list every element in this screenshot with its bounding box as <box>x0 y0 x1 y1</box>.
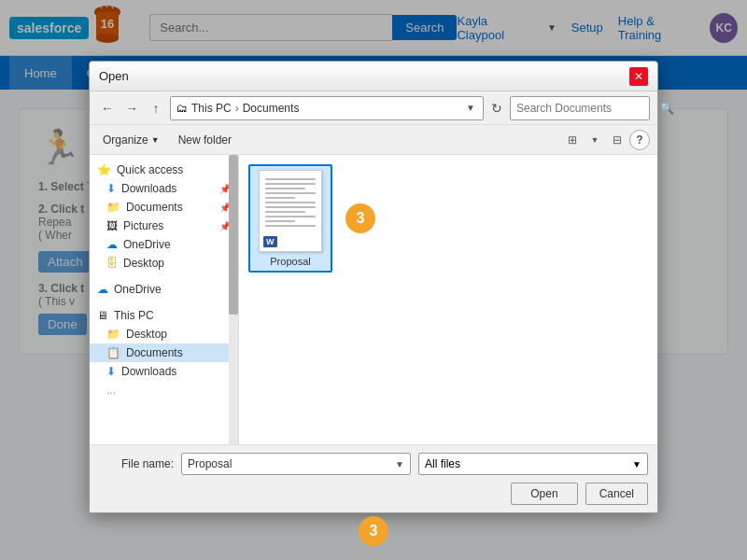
dialog-close-button[interactable]: ✕ <box>629 67 648 86</box>
sidebar-scrollbar-thumb <box>229 155 238 315</box>
address-path: This PC › Documents <box>191 102 460 115</box>
filename-value: Proposal <box>188 457 232 470</box>
address-thispc[interactable]: This PC <box>191 102 232 115</box>
thispc-icon: 🖥 <box>97 309 108 322</box>
sidebar-item-desktop[interactable]: 📁 Desktop <box>90 325 238 343</box>
organize-button[interactable]: Organize ▼ <box>97 131 165 149</box>
dialog-search-icon: 🔍 <box>660 102 674 115</box>
dialog-files-area: W Proposal 3 <box>239 155 657 444</box>
nav-back-button[interactable]: ← <box>97 98 118 119</box>
view-tiles-button[interactable]: ⊞ <box>562 130 583 150</box>
sidebar-item-pictures[interactable]: 🖼 Pictures 📌 <box>90 217 238 235</box>
address-bar: 🗂 This PC › Documents ▼ <box>170 96 484 120</box>
organize-dropdown-icon: ▼ <box>151 135 160 145</box>
dialog-buttons: Open Cancel <box>99 483 648 505</box>
sidebar-separator1 <box>90 273 238 280</box>
downloads2-icon: ⬇ <box>106 365 116 378</box>
sidebar-separator2 <box>90 299 238 306</box>
nav-forward-button[interactable]: → <box>121 98 142 119</box>
desktop-icon: 📁 <box>106 328 120 341</box>
address-folder-icon: 🗂 <box>176 102 188 115</box>
downloads-icon: ⬇ <box>106 182 116 195</box>
sidebar-item-more[interactable]: ... <box>90 381 238 399</box>
cancel-button[interactable]: Cancel <box>585 483 648 505</box>
dialog-body: ⭐ Quick access ⬇ Downloads 📌 📁 Documents… <box>90 155 657 444</box>
documents-icon: 📋 <box>106 346 120 359</box>
view-dropdown-button[interactable]: ▼ <box>585 130 605 150</box>
sidebar-item-thispc[interactable]: 🖥 This PC <box>90 306 238 325</box>
onedrive-icon: ☁ <box>97 283 108 296</box>
word-badge: W <box>263 236 277 247</box>
filename-label: File name: <box>99 457 174 470</box>
sidebar-item-downloads[interactable]: ⬇ Downloads 📌 <box>90 179 238 198</box>
dialog-search: 🔍 <box>510 96 650 120</box>
sidebar-scrollbar[interactable] <box>229 155 238 444</box>
filename-dropdown-button[interactable]: ▼ <box>395 459 404 469</box>
address-documents[interactable]: Documents <box>243 102 300 115</box>
pictures-icon: 🖼 <box>106 219 118 232</box>
quick-access-icon: ⭐ <box>97 163 111 176</box>
sidebar-item-onedrive[interactable]: ☁ OneDrive <box>90 280 238 299</box>
desktop-quick-icon: 🗄 <box>106 257 118 270</box>
step-badge-3: 3 <box>345 203 375 233</box>
filename-row: File name: Proposal ▼ All files ▼ <box>99 453 648 475</box>
sidebar-item-desktop-quick[interactable]: 🗄 Desktop <box>90 254 238 273</box>
file-name-proposal: Proposal <box>270 256 310 267</box>
documents-quick-icon: 📁 <box>106 201 120 214</box>
dialog-search-input[interactable] <box>516 102 656 115</box>
sidebar-item-onedrive-quick[interactable]: ☁ OneDrive <box>90 235 238 254</box>
filetype-label: All files <box>425 457 460 470</box>
sidebar-item-quick-access[interactable]: ⭐ Quick access <box>90 161 238 179</box>
sidebar-item-documents-quick[interactable]: 📁 Documents 📌 <box>90 198 238 217</box>
file-item-proposal[interactable]: W Proposal <box>248 164 332 273</box>
help-button[interactable]: ? <box>629 130 650 150</box>
open-dialog: Open ✕ ← → ↑ 🗂 This PC › Documents ▼ ↻ 🔍… <box>89 61 658 513</box>
dialog-title: Open <box>99 69 629 83</box>
view-buttons: ⊞ ▼ ⊟ ? <box>562 130 650 150</box>
address-dropdown-button[interactable]: ▼ <box>464 103 477 113</box>
filetype-dropdown-icon: ▼ <box>632 459 641 469</box>
filename-input[interactable]: Proposal ▼ <box>181 453 411 475</box>
sidebar-item-downloads2[interactable]: ⬇ Downloads <box>90 362 238 381</box>
dialog-sidebar: ⭐ Quick access ⬇ Downloads 📌 📁 Documents… <box>90 155 239 444</box>
filetype-select[interactable]: All files ▼ <box>418 453 648 475</box>
thumb-content <box>260 171 321 233</box>
dialog-titlebar: Open ✕ <box>90 62 657 91</box>
dialog-toolbar: ← → ↑ 🗂 This PC › Documents ▼ ↻ 🔍 <box>90 91 657 125</box>
new-folder-button[interactable]: New folder <box>173 131 237 149</box>
dialog-action-bar: Organize ▼ New folder ⊞ ▼ ⊟ ? <box>90 125 657 155</box>
view-details-button[interactable]: ⊟ <box>607 130 627 150</box>
dialog-footer: File name: Proposal ▼ All files ▼ Open C… <box>90 444 657 512</box>
open-button[interactable]: Open <box>511 483 577 505</box>
file-thumbnail: W <box>259 170 322 252</box>
refresh-button[interactable]: ↻ <box>487 101 506 116</box>
nav-up-button[interactable]: ↑ <box>146 98 166 119</box>
file-grid: W Proposal 3 <box>248 164 648 273</box>
sidebar-item-documents[interactable]: 📋 Documents <box>90 343 238 362</box>
bottom-badge-circle: 3 <box>359 516 388 546</box>
bottom-step-badge: 3 <box>359 516 388 546</box>
onedrive-quick-icon: ☁ <box>106 238 118 251</box>
sidebar-scroll-area: ⭐ Quick access ⬇ Downloads 📌 📁 Documents… <box>90 161 238 439</box>
